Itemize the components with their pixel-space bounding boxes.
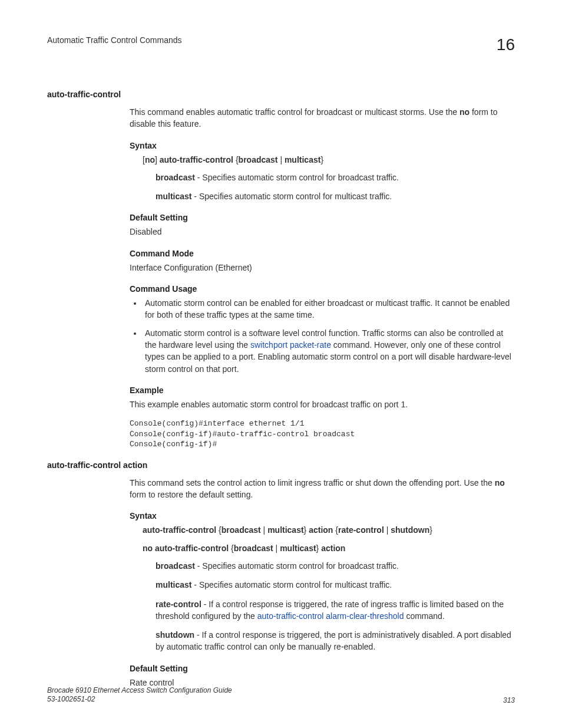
syntax-line-1: auto-traffic-control {broadcast | multic…: [143, 524, 515, 536]
command-1-body: This command enables automatic traffic c…: [130, 106, 515, 450]
text: form to restore the default setting.: [130, 490, 253, 499]
page-footer: Brocade 6910 Ethernet Access Switch Conf…: [47, 686, 515, 704]
mode-value: Interface Configuration (Ethernet): [130, 262, 515, 274]
command-name-2: auto-traffic-control action: [47, 460, 515, 470]
header-title: Automatic Traffic Control Commands: [47, 35, 182, 45]
text: }: [316, 543, 322, 553]
text-bold: shutdown: [156, 630, 194, 640]
text-bold: multicast: [156, 580, 191, 589]
text-bold: broadcast: [156, 561, 195, 571]
param-broadcast: broadcast - Specifies automatic storm co…: [156, 560, 515, 572]
text: - Specifies automatic storm control for …: [195, 173, 399, 182]
footer-title: Brocade 6910 Ethernet Access Switch Conf…: [47, 686, 232, 696]
text-bold: broadcast: [156, 173, 195, 182]
param-rate-control: rate-control - If a control response is …: [156, 598, 515, 622]
text-bold: no: [459, 107, 470, 117]
text: }: [320, 155, 323, 164]
text-bold: no: [495, 478, 505, 487]
text: {: [229, 543, 234, 553]
text-bold: multicast: [280, 543, 316, 553]
text-bold: no: [145, 155, 155, 164]
usage-item: Automatic storm control is a software le…: [143, 327, 515, 375]
text-bold: rate-control: [156, 599, 201, 609]
syntax-heading: Syntax: [130, 141, 515, 150]
text: - Specifies automatic storm control for …: [195, 561, 399, 571]
cmd1-description: This command enables automatic traffic c…: [130, 106, 515, 130]
text-bold: rate-control: [338, 525, 384, 535]
text: {: [233, 155, 239, 164]
text-bold: broadcast: [239, 155, 278, 164]
text: - If a control response is triggered, th…: [156, 630, 511, 651]
footer-page-number: 313: [503, 696, 515, 704]
param-broadcast: broadcast - Specifies automatic storm co…: [156, 172, 515, 183]
usage-item: Automatic storm control can be enabled f…: [143, 297, 515, 321]
text-bold: action: [321, 543, 345, 553]
default-value: Disabled: [130, 226, 515, 238]
param-multicast: multicast - Specifies automatic storm co…: [156, 190, 515, 202]
example-heading: Example: [130, 386, 515, 395]
text-bold: auto-traffic-control: [143, 525, 216, 535]
text-bold: shutdown: [391, 525, 429, 535]
command-2-body: This command sets the control action to …: [130, 477, 515, 689]
text: }: [429, 525, 432, 535]
text-bold: broadcast: [222, 525, 261, 535]
usage-heading: Command Usage: [130, 284, 515, 294]
cmd2-description: This command sets the control action to …: [130, 477, 515, 501]
link-alarm-clear-threshold[interactable]: auto-traffic-control alarm-clear-thresho…: [257, 611, 404, 621]
param-shutdown: shutdown - If a control response is trig…: [156, 629, 515, 653]
text: {: [333, 525, 338, 535]
text: |: [273, 543, 280, 553]
text-bold: multicast: [267, 525, 303, 535]
syntax-line-2: no auto-traffic-control {broadcast | mul…: [143, 542, 515, 554]
default-heading: Default Setting: [130, 213, 515, 222]
text: |: [384, 525, 391, 535]
example-text: This example enables automatic storm con…: [130, 398, 515, 410]
link-switchport-packet-rate[interactable]: switchport packet-rate: [250, 340, 331, 350]
syntax-heading: Syntax: [130, 511, 515, 521]
text-bold: auto-traffic-control: [160, 155, 233, 164]
footer-docnum: 53-1002651-02: [47, 695, 232, 704]
text-bold: multicast: [285, 155, 320, 164]
page: Automatic Traffic Control Commands 16 au…: [0, 0, 562, 728]
text: }: [304, 525, 309, 535]
text: - Specifies automatic storm control for …: [191, 192, 392, 201]
text-bold: action: [309, 525, 333, 535]
text: command.: [404, 611, 445, 621]
text: This command enables automatic traffic c…: [130, 107, 459, 117]
text: - Specifies automatic storm control for …: [191, 580, 392, 589]
text: |: [278, 155, 285, 164]
command-name-1: auto-traffic-control: [47, 90, 515, 99]
chapter-number: 16: [497, 35, 515, 54]
text-bold: no auto-traffic-control: [143, 543, 229, 553]
param-multicast: multicast - Specifies automatic storm co…: [156, 579, 515, 591]
syntax-line: [no] auto-traffic-control {broadcast | m…: [143, 154, 515, 166]
mode-heading: Command Mode: [130, 249, 515, 258]
default-heading: Default Setting: [130, 664, 515, 673]
usage-list: Automatic storm control can be enabled f…: [130, 297, 515, 375]
console-output: Console(config)#interface ethernet 1/1 C…: [130, 419, 515, 450]
text: This command sets the control action to …: [130, 478, 495, 487]
text: {: [216, 525, 222, 535]
text-bold: multicast: [156, 192, 191, 201]
page-header: Automatic Traffic Control Commands 16: [47, 35, 515, 54]
text: ]: [155, 155, 160, 164]
text-bold: broadcast: [234, 543, 273, 553]
text: |: [261, 525, 267, 535]
footer-left: Brocade 6910 Ethernet Access Switch Conf…: [47, 686, 232, 704]
